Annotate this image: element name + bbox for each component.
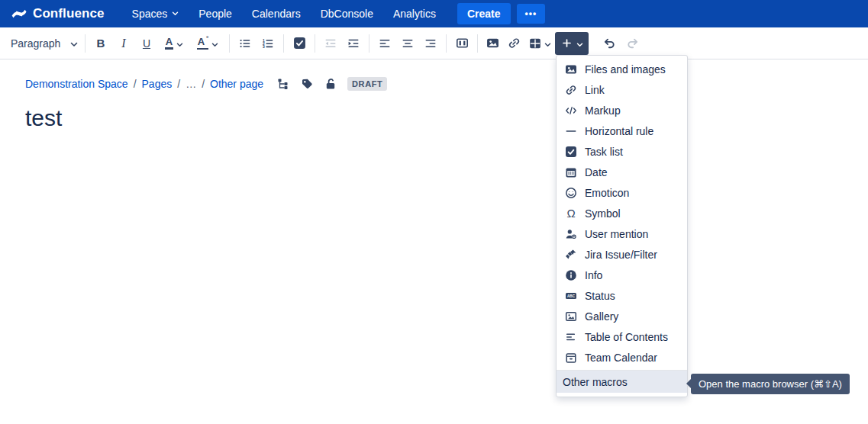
confluence-logo[interactable]: Confluence [11, 5, 105, 22]
menu-item-label: Horizontal rule [585, 125, 653, 137]
user-mention-icon [565, 228, 577, 240]
menu-item-label: Jira Issue/Filter [585, 249, 657, 261]
align-right-icon [424, 37, 437, 50]
page-tree-icon[interactable] [277, 78, 289, 90]
outdent-button[interactable] [319, 31, 342, 56]
horizontal-rule-icon [565, 125, 577, 137]
indent-button[interactable] [342, 31, 365, 56]
menu-item-label: Table of Contents [585, 331, 668, 343]
emoticon-icon [565, 187, 577, 199]
confluence-editor-window: Confluence SpacesPeopleCalendarsDbConsol… [0, 0, 868, 424]
task-list-icon [293, 37, 306, 50]
text-color-icon: A [165, 37, 173, 50]
menu-item-files-and-images[interactable]: Files and images [557, 59, 687, 79]
confluence-logo-icon [11, 5, 27, 22]
breadcrumb-item[interactable]: Pages [142, 78, 173, 90]
nav-item-people[interactable]: People [198, 8, 232, 20]
menu-item-info[interactable]: Info [557, 265, 687, 285]
undo-button[interactable] [598, 31, 621, 56]
menu-item-gallery[interactable]: Gallery [557, 306, 687, 326]
insert-table-dropdown[interactable] [524, 31, 555, 56]
image-icon [486, 37, 499, 50]
menu-item-label: Info [585, 269, 602, 281]
breadcrumb-separator: / [202, 78, 205, 90]
breadcrumb-item[interactable]: Demonstration Space [25, 78, 128, 90]
chevron-down-icon [176, 37, 183, 50]
jira-icon [565, 249, 577, 261]
underline-icon: U [143, 37, 150, 50]
toolbar-divider [446, 34, 447, 53]
svg-text:3: 3 [263, 44, 265, 49]
page-title-input[interactable]: test [25, 105, 868, 131]
task-list-button[interactable] [288, 31, 311, 56]
nav-item-calendars[interactable]: Calendars [252, 8, 301, 20]
menu-item-team-calendar[interactable]: Team Calendar [557, 347, 687, 368]
team-calendar-icon [565, 352, 577, 364]
menu-item-markup[interactable]: Markup [557, 100, 687, 120]
menu-item-horizontal-rule[interactable]: Horizontal rule [557, 120, 687, 141]
insert-more-content-dropdown[interactable] [555, 32, 589, 55]
paragraph-style-dropdown[interactable]: Paragraph [8, 31, 81, 56]
bold-button[interactable]: B [89, 31, 112, 56]
menu-item-date[interactable]: Date [557, 162, 687, 182]
chevron-down-icon [211, 37, 218, 50]
task-list-icon [565, 146, 577, 158]
menu-item-status[interactable]: ABC Status [557, 285, 687, 306]
symbol-icon: Ω [565, 207, 577, 220]
create-button[interactable]: Create [457, 3, 511, 24]
redo-button[interactable] [621, 31, 644, 56]
info-icon [565, 269, 577, 281]
logo-wordmark: Confluence [33, 6, 105, 21]
align-center-icon [402, 37, 414, 50]
bullet-list-icon [239, 37, 251, 50]
page-layout-button[interactable] [450, 31, 473, 56]
underline-button[interactable]: U [135, 31, 158, 56]
toolbar-divider [85, 34, 86, 53]
menu-item-task-list[interactable]: Task list [557, 141, 687, 162]
menu-item-user-mention[interactable]: User mention [557, 223, 687, 244]
menu-item-table-of-contents[interactable]: Table of Contents [557, 326, 687, 347]
labels-icon[interactable] [301, 78, 313, 90]
more-formatting-icon: A° [197, 37, 208, 50]
align-center-button[interactable] [396, 31, 419, 56]
menu-item-label: User mention [585, 228, 648, 240]
menu-item-link[interactable]: Link [557, 79, 687, 100]
macro-browser-tooltip: Open the macro browser (⌘⇧A) [691, 374, 850, 394]
menu-item-emoticon[interactable]: Emoticon [557, 182, 687, 203]
menu-item-label: Task list [585, 146, 623, 158]
paragraph-style-label: Paragraph [11, 37, 60, 50]
italic-icon: I [121, 37, 125, 50]
chevron-down-icon [576, 37, 583, 50]
table-icon [529, 37, 541, 50]
menu-item-label: Date [585, 166, 608, 178]
editor-toolbar: Paragraph B I U A A° 123 [0, 27, 868, 59]
menu-item-symbol[interactable]: Ω Symbol [557, 203, 687, 223]
menu-item-jira-issue-filter[interactable]: Jira Issue/Filter [557, 244, 687, 265]
nav-item-spaces[interactable]: Spaces [132, 8, 179, 20]
breadcrumb-item: … [186, 78, 196, 90]
chevron-down-icon [172, 11, 179, 16]
date-icon [565, 166, 577, 178]
text-color-dropdown[interactable]: A [158, 31, 190, 56]
menu-item-label: Link [585, 84, 605, 96]
italic-button[interactable]: I [112, 31, 135, 56]
nav-item-analytics[interactable]: Analytics [393, 8, 436, 20]
more-formatting-dropdown[interactable]: A° [190, 31, 225, 56]
more-menu-button[interactable]: ••• [517, 4, 546, 24]
menu-item-other-macros[interactable]: Other macros [557, 371, 687, 393]
chevron-down-icon [70, 37, 78, 50]
toolbar-divider [229, 34, 230, 53]
nav-item-dbconsole[interactable]: DbConsole [321, 8, 373, 20]
unlock-icon[interactable] [324, 78, 337, 90]
files-and-images-icon [565, 63, 577, 75]
breadcrumb-separator: / [134, 78, 137, 90]
align-right-button[interactable] [419, 31, 442, 56]
bullet-list-button[interactable] [234, 31, 257, 56]
breadcrumb-item[interactable]: Other page [210, 78, 263, 90]
status-icon: ABC [565, 290, 577, 302]
insert-image-button[interactable] [482, 31, 503, 56]
numbered-list-button[interactable]: 123 [257, 31, 279, 56]
nav-item-label: Spaces [132, 8, 168, 20]
align-left-button[interactable] [373, 31, 396, 56]
insert-link-button[interactable] [503, 31, 524, 56]
